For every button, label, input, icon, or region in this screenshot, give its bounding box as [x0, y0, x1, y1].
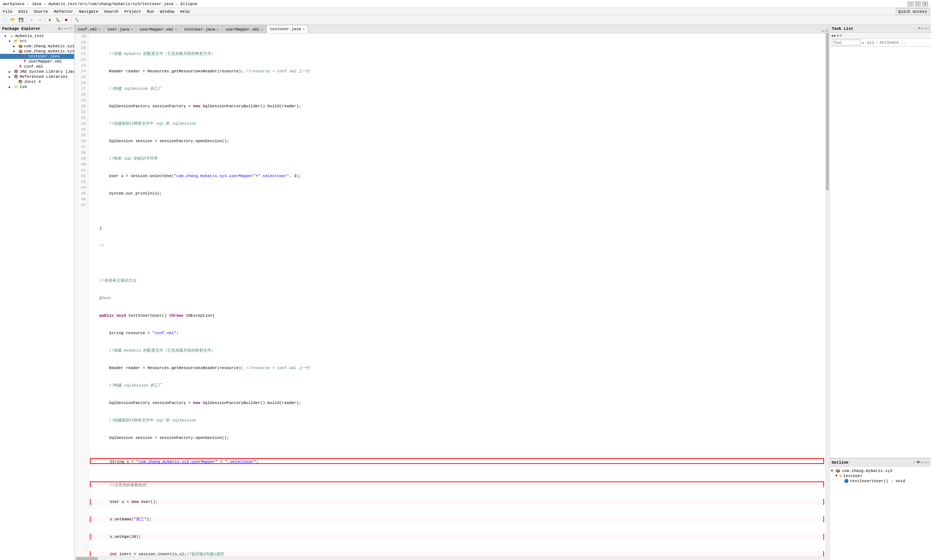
- close-button[interactable]: ✕: [922, 2, 928, 6]
- editor-scrollbar-h[interactable]: [75, 556, 829, 560]
- task-list-all-label[interactable]: ▸ All: [862, 40, 874, 45]
- tab-user-java-close[interactable]: ✕: [131, 27, 133, 32]
- toolbar-stop[interactable]: ■: [63, 16, 70, 24]
- code-editor[interactable]: 18 19 20 21 22 23 24 25 26 27 28 29 30 3…: [75, 34, 829, 556]
- maximize-editor-icon[interactable]: □: [826, 29, 828, 33]
- tree-item-referenced[interactable]: ▶ 📚 Referenced Libraries: [0, 74, 74, 79]
- task-toolbar-icon-2[interactable]: ▶: [834, 34, 836, 38]
- code-line-18: //加载 mybatis 的配置文件（它也加载关联的映射文件）: [90, 51, 824, 57]
- menu-run[interactable]: Run: [145, 9, 155, 14]
- scroll-thumb-v[interactable]: [826, 34, 829, 190]
- quick-access-box[interactable]: Quick Access: [896, 8, 929, 15]
- tab-usermapper-xml2[interactable]: userMapper.xml ✕: [223, 25, 266, 33]
- tab-usermapper-xml[interactable]: userMapper.xml ✕: [136, 25, 180, 33]
- tab-conf-xml-close[interactable]: ✕: [98, 27, 101, 32]
- code-line-24: //映射 sql 的标识字符串: [90, 155, 824, 162]
- toolbar-run[interactable]: ▶: [46, 16, 54, 24]
- menu-search[interactable]: Search: [103, 9, 120, 14]
- toolbar-save[interactable]: 💾: [17, 16, 25, 24]
- src-icon: 📂: [13, 39, 19, 43]
- package-outline-icon: 📦: [836, 468, 840, 473]
- task-list-header: Task List + ▾ — □: [829, 25, 931, 33]
- class-outline-icon: C: [840, 474, 842, 478]
- task-list-menu-icon[interactable]: ▾: [921, 26, 923, 31]
- task-list-min-icon[interactable]: —: [924, 26, 926, 31]
- code-content[interactable]: //加载 mybatis 的配置文件（它也加载关联的映射文件） Reader r…: [88, 34, 826, 556]
- toolbar-open[interactable]: 📂: [9, 16, 17, 24]
- maximize-panel-icon[interactable]: □: [70, 26, 72, 31]
- menu-edit[interactable]: Edit: [17, 9, 29, 14]
- menu-help[interactable]: Help: [179, 9, 191, 14]
- outline-title: Outline: [832, 460, 848, 465]
- editor-tab-bar: conf.xml ✕ User.java ✕ userMapper.xml ✕ …: [75, 25, 829, 34]
- task-list-max-icon[interactable]: □: [926, 26, 929, 31]
- toolbar-search[interactable]: 🔍: [73, 16, 80, 24]
- tree-item-jre[interactable]: ▶ 📚 JRE System Library [JavaSE-1.8]: [0, 69, 74, 74]
- tree-item-mybatis-test[interactable]: ▼ 🗂 mybatis_test: [0, 34, 74, 38]
- outline-menu-icon[interactable]: ▾: [921, 460, 923, 465]
- task-list-activate-label[interactable]: Activate...: [880, 40, 906, 45]
- tab-testuser-2-close[interactable]: ✕: [303, 27, 305, 31]
- tab-testuser-1-close[interactable]: ✕: [217, 27, 219, 32]
- referenced-icon: 📚: [13, 75, 19, 79]
- tree-item-sy1[interactable]: ▶ 📦 com.zhang.mybatis.sy1: [0, 44, 74, 49]
- view-menu-icon[interactable]: ▾: [64, 26, 66, 31]
- code-line-37: //构建 sqlSession 的工厂: [90, 383, 824, 388]
- menu-refactor[interactable]: Refactor: [52, 9, 75, 14]
- tree-item-junit4[interactable]: 📚 JUnit 4: [0, 79, 74, 85]
- outline-item-package[interactable]: ▼ 📦 com.zhang.mybatis.sy3: [831, 468, 929, 474]
- toolbar-new[interactable]: 📄: [2, 16, 9, 24]
- code-line-42: //注意传的参数如何: [90, 482, 824, 487]
- code-line-46: int inert = session.insert(s,u);//返回值0失败…: [90, 551, 824, 556]
- tree-item-conf-xml[interactable]: X conf.xml: [0, 64, 74, 69]
- menu-navigate[interactable]: Navigate: [77, 9, 100, 14]
- collapse-all-icon[interactable]: ⊟: [58, 26, 60, 31]
- tab-testuser-1[interactable]: testUser.java ✕: [181, 25, 222, 33]
- editor-scrollbar-v[interactable]: [826, 34, 829, 556]
- toolbar-sep-1: [26, 17, 26, 23]
- tree-item-testuser[interactable]: J testUser.java: [0, 54, 74, 59]
- minimize-panel-icon[interactable]: —: [67, 26, 69, 31]
- tab-user-java-label: User.java: [108, 27, 129, 32]
- tab-usermapper-xml-close[interactable]: ✕: [175, 27, 177, 32]
- menu-window[interactable]: Window: [159, 9, 176, 14]
- task-toolbar-icon-3[interactable]: ⊕: [837, 34, 839, 38]
- task-toolbar-icon-1[interactable]: ◀: [831, 34, 833, 38]
- code-line-32: @Test: [90, 295, 824, 301]
- task-toolbar-icon-4[interactable]: ⊖: [840, 34, 842, 38]
- task-list-find-input[interactable]: [832, 40, 861, 45]
- maximize-button[interactable]: □: [915, 2, 921, 6]
- tab-user-java[interactable]: User.java ✕: [105, 25, 136, 33]
- tree-item-sy3[interactable]: ▼ 📦 com.zhang.mybatis.sy3: [0, 49, 74, 54]
- editor-tab-actions: — □: [308, 29, 829, 33]
- tab-testuser-1-label: testUser.java: [184, 27, 215, 32]
- outline-hide-icon[interactable]: 👁: [916, 460, 920, 465]
- task-list-new-icon[interactable]: +: [918, 26, 920, 31]
- tree-item-lib[interactable]: ▶ 📁 lib: [0, 85, 74, 89]
- tab-conf-xml[interactable]: conf.xml ✕: [75, 25, 104, 33]
- menu-project[interactable]: Project: [123, 9, 143, 14]
- line-numbers: 18 19 20 21 22 23 24 25 26 27 28 29 30 3…: [75, 34, 88, 556]
- outline-item-class[interactable]: ▼ C testUser: [831, 474, 929, 478]
- outline-item-method[interactable]: 🔵 testInsertUser() : void: [831, 478, 929, 484]
- code-line-41: String s = "com.zhang.mybatis.sy3.userMa…: [90, 458, 824, 464]
- tree-item-usermapper-xml[interactable]: X userMapper.xml: [0, 59, 74, 64]
- link-editor-icon[interactable]: ⚡: [61, 26, 63, 31]
- tree-item-src[interactable]: ▼ 📂 src: [0, 38, 74, 44]
- junit4-icon: 📚: [17, 80, 23, 84]
- toolbar-debug[interactable]: 🐛: [55, 16, 62, 24]
- scroll-thumb-h[interactable]: [76, 557, 98, 560]
- minimize-button[interactable]: —: [908, 2, 914, 6]
- outline-max-icon[interactable]: □: [926, 460, 929, 465]
- code-line-22: //创建能执行映射文件中 sql 的 sqlSession: [90, 121, 824, 126]
- minimize-editor-icon[interactable]: —: [822, 29, 824, 33]
- outline-min-icon[interactable]: —: [924, 460, 926, 465]
- outline-sort-icon[interactable]: ↕: [914, 460, 916, 465]
- toolbar-back[interactable]: ←: [28, 16, 35, 24]
- tab-usermapper-xml2-close[interactable]: ✕: [261, 27, 263, 32]
- toolbar-forward[interactable]: →: [36, 16, 43, 24]
- tab-testuser-2[interactable]: testUser.java ✕: [266, 25, 308, 33]
- menu-file[interactable]: File: [2, 9, 14, 14]
- menu-source[interactable]: Source: [32, 9, 50, 14]
- code-line-38: SqlSessionFactory sessionFactory = new S…: [90, 400, 824, 406]
